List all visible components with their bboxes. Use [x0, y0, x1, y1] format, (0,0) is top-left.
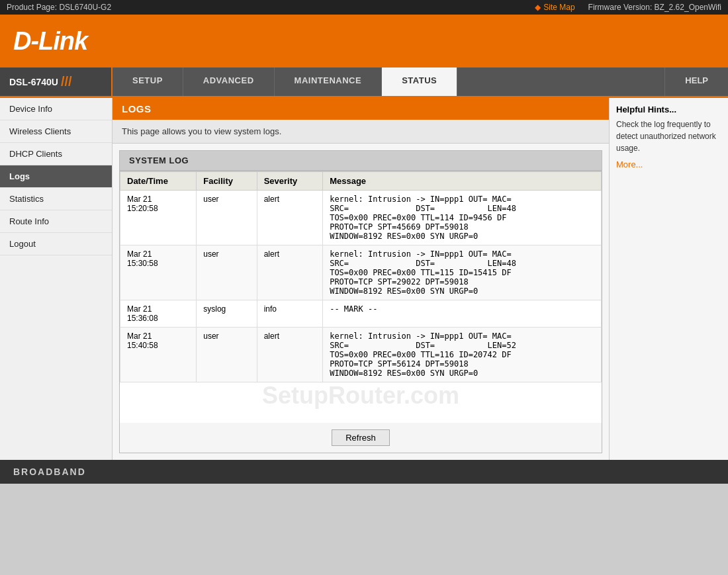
- content-area: LOGS This page allows you to view system…: [113, 98, 609, 460]
- cell-message: -- MARK --: [323, 300, 602, 328]
- cell-severity: alert: [257, 191, 323, 245]
- cell-facility: user: [197, 191, 257, 245]
- cell-facility: user: [197, 245, 257, 300]
- model-label: DSL-6740U ///: [0, 67, 113, 96]
- log-container: Date/Time Facility Severity Message Mar …: [119, 171, 602, 453]
- footer-label: BROADBAND: [13, 466, 86, 477]
- hints-text: Check the log frequently to detect unaut…: [616, 118, 721, 154]
- tab-status[interactable]: STATUS: [382, 67, 457, 96]
- sidebar-item-statistics[interactable]: Statistics: [0, 188, 112, 210]
- right-panel: Helpful Hints... Check the log frequentl…: [609, 98, 728, 460]
- nav-tabs: DSL-6740U /// SETUP ADVANCED MAINTENANCE…: [0, 67, 728, 98]
- section-title: SYSTEM LOG: [119, 150, 602, 171]
- cell-datetime: Mar 21 15:40:58: [120, 328, 197, 382]
- sitemap-link[interactable]: Site Map: [543, 3, 574, 12]
- col-header-severity: Severity: [257, 172, 323, 191]
- col-header-message: Message: [323, 172, 602, 191]
- sidebar-item-device-info[interactable]: Device Info: [0, 98, 112, 120]
- col-header-facility: Facility: [197, 172, 257, 191]
- log-table: Date/Time Facility Severity Message Mar …: [120, 171, 602, 382]
- product-page-label: Product Page: DSL6740U-G2: [7, 3, 111, 12]
- cell-severity: info: [257, 300, 323, 328]
- tab-maintenance[interactable]: MAINTENANCE: [275, 67, 383, 96]
- cell-facility: syslog: [197, 300, 257, 328]
- hints-title: Helpful Hints...: [616, 105, 721, 114]
- sitemap-icon: ◆: [535, 3, 541, 12]
- table-row: Mar 21 15:30:58useralertkernel: Intrusio…: [120, 245, 602, 300]
- cell-datetime: Mar 21 15:30:58: [120, 245, 197, 300]
- log-table-wrapper[interactable]: Date/Time Facility Severity Message Mar …: [120, 171, 602, 423]
- cell-message: kernel: Intrusion -> IN=ppp1 OUT= MAC= S…: [323, 191, 602, 245]
- sidebar-item-logs[interactable]: Logs: [0, 165, 112, 188]
- refresh-button[interactable]: Refresh: [332, 429, 390, 446]
- main-area: Device Info Wireless Clients DHCP Client…: [0, 98, 728, 460]
- footer: BROADBAND: [0, 460, 728, 484]
- watermark: SetupRouter.com: [262, 382, 459, 410]
- model-name: DSL-6740U: [9, 77, 58, 87]
- sidebar-item-dhcp-clients[interactable]: DHCP Clients: [0, 143, 112, 165]
- top-bar: Product Page: DSL6740U-G2 ◆ Site Map Fir…: [0, 0, 728, 15]
- tab-advanced[interactable]: ADVANCED: [183, 67, 275, 96]
- model-slashes: ///: [61, 74, 72, 89]
- sidebar-item-wireless-clients[interactable]: Wireless Clients: [0, 120, 112, 143]
- tab-setup[interactable]: SETUP: [113, 67, 183, 96]
- table-row: Mar 21 15:36:08sysloginfo-- MARK --: [120, 300, 602, 328]
- table-row: Mar 21 15:40:58useralertkernel: Intrusio…: [120, 328, 602, 382]
- table-row: Mar 21 15:20:58useralertkernel: Intrusio…: [120, 191, 602, 245]
- sidebar-item-route-info[interactable]: Route Info: [0, 210, 112, 233]
- tab-help[interactable]: HELP: [664, 67, 728, 96]
- hints-more-link[interactable]: More...: [616, 159, 721, 169]
- cell-datetime: Mar 21 15:20:58: [120, 191, 197, 245]
- cell-severity: alert: [257, 245, 323, 300]
- cell-message: kernel: Intrusion -> IN=ppp1 OUT= MAC= S…: [323, 245, 602, 300]
- sidebar: Device Info Wireless Clients DHCP Client…: [0, 98, 113, 460]
- cell-facility: user: [197, 328, 257, 382]
- page-description: This page allows you to view system logs…: [113, 120, 609, 144]
- cell-severity: alert: [257, 328, 323, 382]
- firmware-version-label: Firmware Version: BZ_2.62_OpenWifi: [588, 3, 721, 12]
- sidebar-item-logout[interactable]: Logout: [0, 233, 112, 255]
- cell-message: kernel: Intrusion -> IN=ppp1 OUT= MAC= S…: [323, 328, 602, 382]
- col-header-datetime: Date/Time: [120, 172, 197, 191]
- refresh-area: Refresh: [120, 423, 602, 453]
- cell-datetime: Mar 21 15:36:08: [120, 300, 197, 328]
- page-title: LOGS: [113, 98, 609, 120]
- header: D-Link: [0, 15, 728, 67]
- logo: D-Link: [13, 27, 87, 56]
